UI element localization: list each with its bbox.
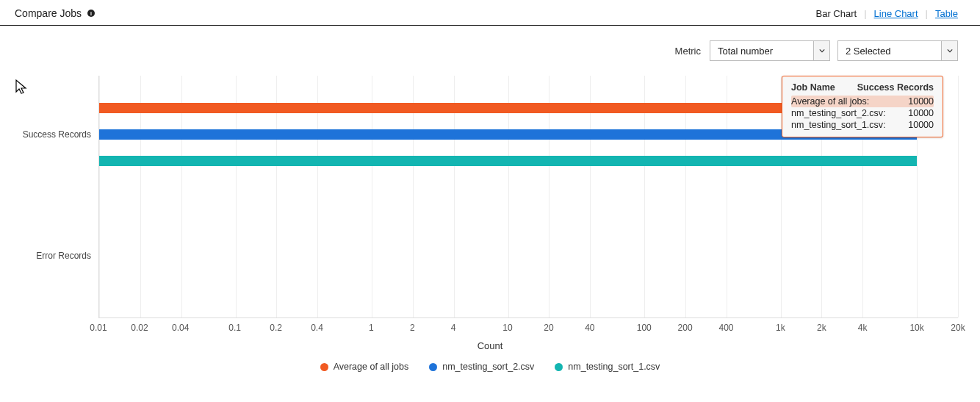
view-mode-line-chart[interactable]: Line Chart (867, 8, 926, 19)
tooltip-row-value: 10000 (908, 120, 934, 130)
y-axis-labels: Success Records Error Records (22, 76, 98, 318)
x-tick-label: 1k (776, 323, 785, 333)
tooltip-row-name: Average of all jobs (791, 96, 869, 107)
metric-select[interactable]: Total number (710, 40, 830, 61)
tooltip-row-name: nm_testing_sort_2.csv (791, 108, 886, 118)
x-tick-label: 1 (369, 323, 374, 333)
x-tick-label: 100 (637, 323, 652, 333)
gridline (958, 76, 959, 317)
view-mode-bar-chart[interactable]: Bar Chart (809, 8, 865, 19)
x-tick-label: 0.01 (90, 323, 107, 333)
x-axis-label: Count (22, 340, 958, 351)
legend-label: nm_testing_sort_2.csv (442, 362, 534, 372)
page-title: Compare Jobs (15, 7, 82, 19)
title-wrap: Compare Jobs i (15, 7, 95, 19)
chevron-down-icon (813, 41, 829, 60)
plot-area[interactable]: Job Name Success Records Average of all … (98, 76, 958, 318)
legend-swatch (320, 363, 328, 371)
view-mode-switch: Bar Chart | Line Chart | Table (809, 8, 965, 19)
view-mode-table[interactable]: Table (928, 8, 965, 19)
x-tick-label: 0.1 (228, 323, 241, 333)
x-tick-label: 0.2 (270, 323, 282, 333)
x-tick-label: 20k (951, 323, 965, 333)
x-tick-label: 2k (817, 323, 826, 333)
jobs-select-value: 2 Selected (838, 41, 941, 60)
metric-select-value: Total number (710, 41, 813, 60)
tooltip-header-value: Success Records (857, 82, 934, 93)
legend-item-average[interactable]: Average of all jobs (320, 362, 409, 372)
x-tick-label: 0.4 (311, 323, 323, 333)
x-tick-label: 20 (544, 323, 553, 333)
x-tick-label: 2 (410, 323, 415, 333)
tooltip-row-value: 10000 (908, 108, 934, 118)
legend-swatch (555, 363, 563, 371)
metric-label: Metric (675, 46, 701, 57)
x-tick-label: 10 (502, 323, 512, 333)
x-tick-label: 0.02 (131, 323, 148, 333)
info-icon[interactable]: i (87, 10, 95, 17)
tooltip-header-jobname: Job Name (791, 82, 835, 93)
x-tick-label: 0.04 (172, 323, 189, 333)
y-category-success: Success Records (23, 129, 91, 140)
x-tick-label: 4k (858, 323, 868, 333)
tooltip-row: nm_testing_sort_1.csv 10000 (791, 119, 934, 131)
x-tick-label: 200 (678, 323, 693, 333)
header: Compare Jobs i Bar Chart | Line Chart | … (0, 0, 980, 26)
tooltip-row-name: nm_testing_sort_1.csv (791, 120, 886, 130)
x-tick-label: 40 (585, 323, 594, 333)
bar-nm-testing-sort-1-csv[interactable] (99, 156, 917, 166)
tooltip-row-value: 10000 (908, 96, 934, 107)
legend: Average of all jobs nm_testing_sort_2.cs… (22, 351, 958, 379)
tooltip-row: Average of all jobs 10000 (791, 96, 934, 107)
chevron-down-icon (941, 41, 957, 60)
legend-label: Average of all jobs (334, 362, 409, 372)
legend-item-job2[interactable]: nm_testing_sort_1.csv (555, 362, 660, 372)
controls-row: Metric Total number 2 Selected (0, 26, 980, 68)
tooltip-row: nm_testing_sort_2.csv 10000 (791, 107, 934, 119)
chart-area: Success Records Error Records Job Name S… (0, 68, 980, 379)
legend-item-job1[interactable]: nm_testing_sort_2.csv (429, 362, 534, 372)
legend-swatch (429, 363, 437, 371)
x-axis-ticks: 0.010.020.040.10.20.41241020401002004001… (98, 318, 958, 337)
x-tick-label: 10k (909, 323, 923, 333)
legend-label: nm_testing_sort_1.csv (568, 362, 660, 372)
jobs-select[interactable]: 2 Selected (837, 40, 958, 61)
x-tick-label: 400 (719, 323, 734, 333)
x-tick-label: 4 (451, 323, 456, 333)
y-category-error: Error Records (36, 251, 91, 261)
chart-tooltip: Job Name Success Records Average of all … (782, 76, 943, 137)
